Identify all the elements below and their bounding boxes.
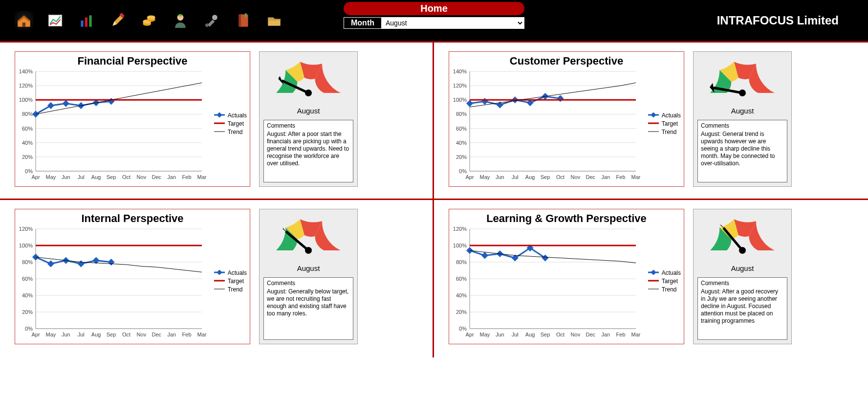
svg-text:120%: 120% — [19, 226, 33, 232]
svg-text:40%: 40% — [22, 140, 33, 146]
comments-header: Comments — [267, 122, 350, 130]
svg-text:Apr: Apr — [465, 332, 474, 337]
svg-text:Feb: Feb — [182, 174, 192, 180]
month-select[interactable]: August — [382, 18, 524, 28]
legend-trend: Trend — [228, 286, 243, 293]
comments-box: Comments August: After a good recovery i… — [697, 277, 787, 340]
svg-point-11 — [212, 15, 217, 20]
legend-actuals: Actuals — [662, 269, 681, 276]
svg-rect-14 — [239, 14, 241, 27]
svg-text:0%: 0% — [25, 326, 33, 332]
tools-icon[interactable] — [202, 11, 221, 30]
svg-rect-134 — [78, 260, 85, 267]
svg-text:Jun: Jun — [496, 332, 504, 337]
svg-text:Aug: Aug — [525, 332, 535, 337]
cell-financial: Financial Perspective 0%20%40%60%80%100%… — [0, 43, 434, 200]
svg-text:Nov: Nov — [571, 174, 581, 180]
svg-text:0%: 0% — [459, 168, 467, 174]
chart-card-learning: Learning & Growth Perspective 0%20%40%60… — [449, 209, 684, 344]
legend-target: Target — [228, 120, 244, 127]
svg-text:80%: 80% — [456, 111, 467, 117]
svg-text:Jan: Jan — [167, 332, 176, 337]
svg-text:Jul: Jul — [512, 332, 519, 337]
svg-text:Nov: Nov — [137, 174, 147, 180]
home-pill[interactable]: Home — [344, 2, 524, 15]
legend-target: Target — [228, 278, 244, 285]
svg-point-184 — [739, 247, 746, 254]
svg-text:0%: 0% — [25, 168, 33, 174]
svg-text:20%: 20% — [22, 154, 33, 160]
svg-text:Mar: Mar — [631, 332, 641, 337]
svg-text:Mar: Mar — [197, 332, 207, 337]
svg-rect-179 — [651, 270, 656, 275]
svg-text:60%: 60% — [456, 126, 467, 132]
bars-icon[interactable] — [77, 11, 96, 30]
gauge-label: August — [731, 264, 754, 272]
svg-text:Dec: Dec — [586, 174, 595, 180]
svg-text:Oct: Oct — [122, 174, 130, 180]
comments-text: August: General trend is upwards however… — [701, 131, 784, 167]
person-icon[interactable] — [171, 11, 190, 30]
book-icon[interactable] — [234, 11, 252, 30]
coins-icon[interactable] — [140, 11, 158, 30]
svg-text:100%: 100% — [19, 97, 33, 103]
svg-text:100%: 100% — [19, 243, 33, 248]
chart-title: Financial Perspective — [15, 55, 250, 67]
cell-learning: Learning & Growth Perspective 0%20%40%60… — [434, 200, 868, 357]
comments-text: August: After a good recovery in July we… — [701, 288, 784, 325]
svg-text:40%: 40% — [22, 292, 33, 298]
brand-title: INTRAFOCUS Limited — [717, 14, 839, 27]
svg-text:100%: 100% — [453, 97, 467, 103]
svg-text:Nov: Nov — [571, 332, 581, 337]
svg-text:May: May — [480, 174, 490, 180]
svg-text:Jul: Jul — [78, 332, 85, 337]
dashboard-grid: Financial Perspective 0%20%40%60%80%100%… — [0, 43, 868, 357]
svg-point-58 — [305, 89, 312, 96]
month-selector: Month August — [344, 17, 524, 29]
comments-box: Comments August: After a poor start the … — [263, 120, 353, 182]
svg-text:Mar: Mar — [631, 174, 641, 180]
svg-rect-3 — [85, 18, 87, 27]
svg-rect-48 — [63, 100, 69, 107]
legend-actuals: Actuals — [228, 112, 247, 119]
svg-rect-12 — [205, 23, 209, 27]
gauge-financial — [264, 52, 352, 106]
svg-point-9 — [147, 15, 155, 20]
svg-text:Aug: Aug — [91, 332, 101, 337]
svg-text:120%: 120% — [19, 83, 33, 89]
svg-text:Jun: Jun — [496, 174, 504, 180]
dashboard-icon[interactable] — [46, 11, 65, 30]
svg-text:May: May — [480, 332, 490, 337]
legend-target: Target — [662, 278, 678, 285]
svg-text:Sep: Sep — [541, 332, 550, 337]
svg-text:120%: 120% — [453, 83, 467, 89]
chart-legend: Actuals Target Trend — [648, 268, 681, 294]
chart-title: Internal Perspective — [15, 212, 250, 225]
legend-trend: Trend — [228, 129, 243, 135]
comments-header: Comments — [267, 280, 350, 287]
side-card-financial: August Comments August: After a poor sta… — [259, 51, 358, 187]
svg-text:40%: 40% — [456, 292, 467, 298]
comments-header: Comments — [701, 280, 784, 287]
svg-text:Mar: Mar — [197, 174, 207, 180]
pencil-icon[interactable] — [108, 11, 127, 30]
header-center: Home Month August — [344, 2, 524, 29]
chart-legend: Actuals Target Trend — [214, 268, 247, 294]
home-icon[interactable] — [15, 11, 33, 30]
chart-card-customer: Customer Perspective 0%20%40%60%80%100%1… — [449, 51, 684, 187]
svg-text:0%: 0% — [459, 326, 467, 332]
svg-text:80%: 80% — [456, 259, 467, 265]
comments-text: August: After a poor start the financial… — [267, 131, 350, 167]
svg-text:Feb: Feb — [616, 174, 626, 180]
comments-header: Comments — [701, 122, 784, 130]
folder-icon[interactable] — [265, 11, 283, 30]
comments-box: Comments August: Generally below target,… — [263, 277, 353, 340]
svg-text:Oct: Oct — [556, 332, 564, 337]
svg-text:May: May — [46, 332, 56, 337]
svg-text:20%: 20% — [456, 309, 467, 315]
svg-rect-47 — [47, 102, 54, 109]
svg-text:Dec: Dec — [152, 174, 161, 180]
svg-rect-0 — [22, 22, 25, 27]
side-card-customer: August Comments August: General trend is… — [693, 51, 792, 187]
chart-card-financial: Financial Perspective 0%20%40%60%80%100%… — [15, 51, 250, 187]
